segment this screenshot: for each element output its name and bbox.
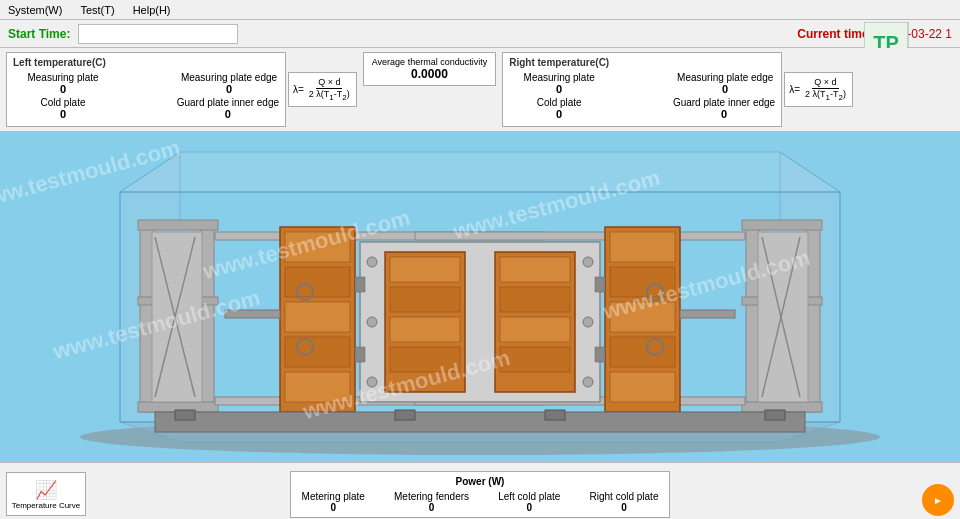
svg-rect-36	[285, 267, 350, 297]
svg-rect-75	[765, 410, 785, 420]
svg-rect-73	[155, 412, 805, 432]
temp-curve-label: Temperature Curve	[12, 501, 80, 510]
conductivity-title: Average thermal conductivity	[372, 57, 487, 67]
conductivity-value: 0.0000	[372, 67, 487, 81]
start-time-input[interactable]	[78, 24, 238, 44]
left-temp-panel: Left temperature(C) Measuring plate 0 Me…	[6, 52, 286, 127]
metering-fenders-label: Metering fenders	[394, 491, 469, 502]
left-measuring-plate-edge-value: 0	[179, 83, 279, 95]
temperature-curve-button[interactable]: 📈 Temperature Curve	[6, 472, 86, 516]
right-measuring-plate-label: Measuring plate	[509, 72, 609, 83]
right-formula-panel: λ= Q × d 2 λ(T1-T2)	[784, 72, 853, 107]
bottom-panel: 📈 Temperature Curve Power (W) Metering p…	[0, 462, 960, 519]
right-cold-plate-value: 0	[509, 108, 609, 120]
svg-rect-70	[355, 347, 365, 362]
right-measuring-plate-value: 0	[509, 83, 609, 95]
right-measuring-plate-edge-label: Measuring plate edge	[675, 72, 775, 83]
metering-plate-value: 0	[302, 502, 365, 513]
temp-curve-icon: 📈	[35, 479, 57, 501]
svg-rect-63	[225, 310, 280, 318]
left-numerator: Q × d	[316, 77, 342, 89]
left-cold-plate-label: Left cold plate	[498, 491, 560, 502]
machine-diagram	[0, 132, 960, 462]
data-panels: Left temperature(C) Measuring plate 0 Me…	[0, 48, 960, 132]
svg-rect-48	[390, 257, 460, 282]
left-formula: λ= Q × d 2 λ(T1-T2)	[293, 77, 352, 102]
current-time-label: Current time:	[797, 27, 872, 41]
svg-rect-24	[742, 220, 822, 230]
svg-point-55	[583, 257, 593, 267]
left-cold-plate-label: Cold plate	[13, 97, 113, 108]
svg-rect-42	[610, 267, 675, 297]
svg-point-56	[583, 317, 593, 327]
start-time-label: Start Time:	[8, 27, 70, 41]
left-measuring-plate-value: 0	[13, 83, 113, 95]
menu-test[interactable]: Test(T)	[76, 2, 118, 18]
svg-rect-49	[390, 287, 460, 312]
left-measuring-plate-label: Measuring plate	[13, 72, 113, 83]
right-cold-plate-col: Right cold plate 0	[590, 491, 659, 513]
right-formula: λ= Q × d 2 λ(T1-T2)	[789, 77, 848, 102]
menu-system[interactable]: System(W)	[4, 2, 66, 18]
metering-fenders-value: 0	[394, 502, 469, 513]
svg-rect-32	[415, 232, 745, 240]
left-guard-plate-value: 0	[177, 108, 279, 120]
right-cold-plate-value: 0	[590, 502, 659, 513]
svg-point-52	[367, 257, 377, 267]
svg-rect-16	[138, 220, 218, 230]
left-denominator: 2 λ(T1-T2)	[307, 89, 352, 102]
metering-plate-col: Metering plate 0	[302, 491, 365, 513]
left-cold-plate-value: 0	[13, 108, 113, 120]
svg-rect-35	[285, 232, 350, 262]
svg-rect-43	[610, 302, 675, 332]
svg-rect-64	[680, 310, 735, 318]
left-section: Left temperature(C) Measuring plate 0 Me…	[6, 52, 357, 127]
svg-rect-71	[595, 277, 605, 292]
svg-rect-37	[285, 302, 350, 332]
menu-help[interactable]: Help(H)	[129, 2, 175, 18]
svg-point-57	[583, 377, 593, 387]
conductivity-panel: Average thermal conductivity 0.0000	[363, 52, 496, 86]
right-numerator: Q × d	[812, 77, 838, 89]
svg-rect-76	[395, 410, 415, 420]
right-guard-plate-value: 0	[673, 108, 775, 120]
svg-rect-72	[595, 347, 605, 362]
orange-action-button[interactable]: ►	[922, 484, 954, 516]
svg-rect-45	[610, 372, 675, 402]
svg-marker-6	[120, 152, 840, 192]
left-lambda: λ=	[293, 84, 304, 95]
power-panel: Power (W) Metering plate 0 Metering fend…	[290, 471, 670, 518]
right-temp-panel: Right temperature(C) Measuring plate 0 M…	[502, 52, 782, 127]
svg-point-54	[367, 377, 377, 387]
svg-rect-27	[758, 232, 808, 402]
svg-point-53	[367, 317, 377, 327]
orange-circle-icon: ►	[933, 495, 943, 506]
start-time-section: Start Time:	[8, 24, 238, 44]
left-fraction: Q × d 2 λ(T1-T2)	[307, 77, 352, 102]
svg-rect-77	[545, 410, 565, 420]
left-cold-plate-col: Left cold plate 0	[498, 491, 560, 513]
svg-rect-41	[610, 232, 675, 262]
right-guard-plate-label: Guard plate inner edge	[673, 97, 775, 108]
svg-rect-69	[355, 277, 365, 292]
top-bar: Start Time: Current time: 2016-03-22 1	[0, 20, 960, 48]
menu-bar: System(W) Test(T) Help(H)	[0, 0, 960, 20]
svg-rect-74	[175, 410, 195, 420]
left-formula-panel: λ= Q × d 2 λ(T1-T2)	[288, 72, 357, 107]
right-fraction: Q × d 2 λ(T1-T2)	[803, 77, 848, 102]
left-cold-plate-value: 0	[498, 502, 560, 513]
svg-rect-59	[500, 257, 570, 282]
left-guard-plate-label: Guard plate inner edge	[177, 97, 279, 108]
metering-fenders-col: Metering fenders 0	[394, 491, 469, 513]
right-panel-title: Right temperature(C)	[509, 57, 775, 68]
svg-rect-60	[500, 287, 570, 312]
svg-rect-39	[285, 372, 350, 402]
right-cold-plate-label: Cold plate	[509, 97, 609, 108]
svg-rect-44	[610, 337, 675, 367]
svg-rect-38	[285, 337, 350, 367]
right-denominator: 2 λ(T1-T2)	[803, 89, 848, 102]
right-section: Right temperature(C) Measuring plate 0 M…	[502, 52, 853, 127]
svg-rect-51	[390, 347, 460, 372]
right-measuring-plate-edge-value: 0	[675, 83, 775, 95]
power-row: Metering plate 0 Metering fenders 0 Left…	[297, 491, 663, 513]
